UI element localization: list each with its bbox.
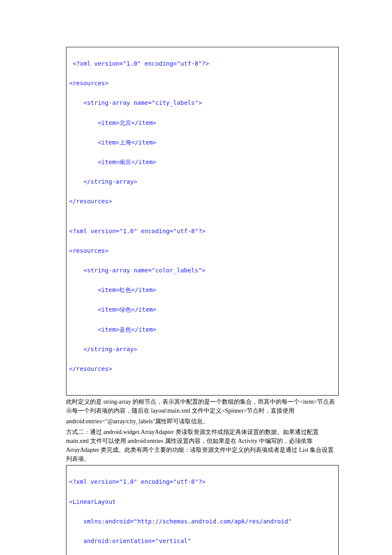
code-line: <?xml version="1.0" encoding="utf-8"?>	[69, 59, 336, 69]
code-line: </resources>	[69, 364, 336, 374]
code-line: <resources>	[69, 246, 336, 256]
code-line: </resources>	[69, 197, 336, 206]
code-block-1: <?xml version="1.0" encoding="utf-8"?> <…	[66, 47, 339, 396]
code-line: <string-array name="color_labels">	[69, 266, 336, 275]
code-line: <item>红色</item>	[69, 285, 336, 295]
code-line: <item>绿色</item>	[69, 305, 336, 315]
code-line: <item>北京</item>	[69, 118, 336, 128]
code-block-2: <?xml version="1.0" encoding="utf-8"?> <…	[66, 465, 339, 555]
code-line: <item>上海</item>	[69, 138, 336, 147]
code-line: </string-array>	[69, 344, 336, 354]
paragraph-1: 此时定义的是 string-array 的根节点，表示其中配置的是一个数组的集合…	[66, 397, 339, 415]
code-line: <LinearLayout	[69, 497, 336, 507]
paragraph-2: android:entries="@array/city_labels"属性即可…	[66, 417, 339, 426]
code-line: </string-array>	[69, 177, 336, 187]
code-line: <?xml version="1.0" encoding="utf-8"?>	[69, 226, 336, 236]
code-line: android:orientation="vertical"	[69, 536, 336, 546]
paragraph-3: 方式二：通过 android.widget.ArrayAdapter 类读取资源…	[66, 428, 339, 463]
code-line: <item>蓝色</item>	[69, 325, 336, 335]
document-page: <?xml version="1.0" encoding="utf-8"?> <…	[0, 0, 392, 555]
code-line: <string-array name="city_labels">	[69, 98, 336, 108]
code-line: <?xml version="1.0" encoding="utf-8"?>	[69, 477, 336, 487]
code-line: xmlns:android="http://schemas.android.co…	[69, 517, 336, 526]
code-line: <item>南京</item>	[69, 157, 336, 167]
code-line: <resources>	[69, 78, 336, 88]
